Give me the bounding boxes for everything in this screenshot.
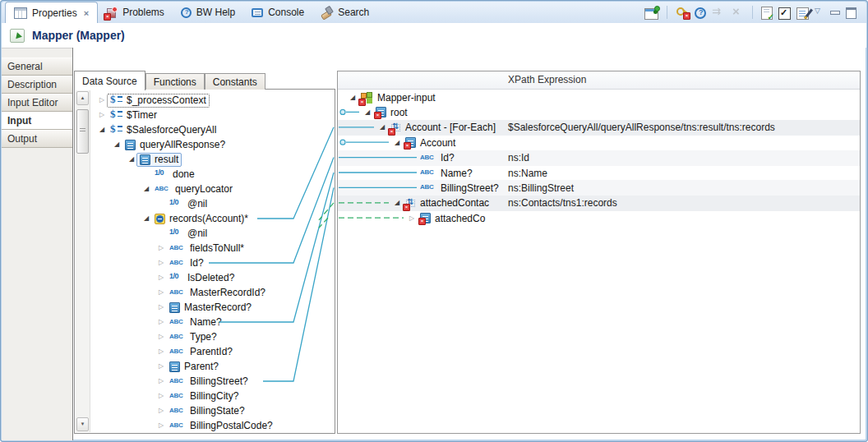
expand-arrow-icon[interactable]: ▷ <box>156 418 166 433</box>
expand-arrow-icon[interactable]: ▷ <box>156 344 166 359</box>
error-badge: × <box>404 142 411 150</box>
tab-data-source[interactable]: Data Source <box>74 71 145 90</box>
scrollbar-thumb[interactable] <box>76 109 89 154</box>
tree-row-parent[interactable]: ▷Parent? <box>90 359 335 374</box>
tree-row-type[interactable]: ▷Type? <box>90 329 335 344</box>
tree-row-done[interactable]: done <box>90 167 335 182</box>
tree-row-processcontext[interactable]: ▷$_processContext <box>90 93 335 108</box>
tree-row-name[interactable]: ▷Name? <box>90 315 335 329</box>
scroll-down-button[interactable]: ▼ <box>76 417 89 431</box>
tree-row-queryallresponse[interactable]: ◢queryAllResponse? <box>90 137 335 152</box>
tree-row-fieldstonull[interactable]: ▷fieldsToNull* <box>90 241 335 256</box>
help-icon[interactable] <box>695 7 706 19</box>
close-tab-icon[interactable]: × <box>84 8 89 18</box>
tree-node-caption: BillingPostalCode? <box>166 419 276 433</box>
expand-arrow-icon[interactable]: ▷ <box>156 241 166 256</box>
mapper-row-attachedco[interactable]: ▷×attachedCo <box>338 210 860 226</box>
check-document-icon[interactable] <box>761 7 773 20</box>
collapse-arrow-icon[interactable]: ◢ <box>141 182 151 196</box>
mapper-row-billingstreet[interactable]: BillingStreet?ns:BillingStreet <box>338 180 860 196</box>
sidebar-item-input-editor[interactable]: Input Editor <box>2 94 72 112</box>
tree-row-parentid[interactable]: ▷ParentId? <box>90 344 335 359</box>
collapse-arrow-icon[interactable]: ◢ <box>392 196 402 210</box>
sidebar-item-description[interactable]: Description <box>2 76 72 94</box>
tree-node-caption: @nil <box>166 227 210 241</box>
key-error-icon[interactable]: × <box>676 6 689 19</box>
tab-functions[interactable]: Functions <box>145 73 205 90</box>
collapse-arrow-icon[interactable]: ◢ <box>127 152 136 167</box>
expand-arrow-icon[interactable]: ▷ <box>156 285 166 300</box>
validate-checkbox-icon[interactable] <box>778 7 791 20</box>
mapper-node-label: Account <box>420 137 455 149</box>
tree-node-caption: BillingCity? <box>166 389 242 403</box>
tree-row-records-account[interactable]: ◢records(Account)* <box>90 211 335 226</box>
expand-arrow-icon[interactable]: ▷ <box>407 211 417 226</box>
tree-row-result[interactable]: ◢result <box>90 152 335 167</box>
tree-row-masterrecordid[interactable]: ▷MasterRecordId? <box>90 285 335 300</box>
mapper-row-account-for-each[interactable]: ◢×Account - [For-Each]$SalesforceQueryAl… <box>338 120 860 136</box>
page-title: Mapper (Mapper) <box>32 29 125 42</box>
vertical-scrollbar[interactable]: ▲ ▼ <box>76 90 90 432</box>
expand-arrow-icon[interactable]: ▷ <box>156 403 166 418</box>
tree-row-isdeleted[interactable]: ▷IsDeleted? <box>90 270 335 285</box>
mapper-row-id[interactable]: Id?ns:Id <box>338 150 860 166</box>
collapse-arrow-icon[interactable]: ◢ <box>112 137 122 152</box>
tree-row-billingpostalcode[interactable]: ▷BillingPostalCode? <box>90 418 335 433</box>
tree-row-querylocator[interactable]: ◢queryLocator <box>90 182 335 196</box>
expand-arrow-icon[interactable]: ▷ <box>156 374 166 389</box>
problems-icon: × <box>106 7 118 18</box>
mapper-row-mapper-input[interactable]: ◢×Mapper-input <box>338 90 860 105</box>
tab-bw-help[interactable]: BW Help <box>173 2 243 23</box>
tab-problems[interactable]: ×Problems <box>98 2 173 23</box>
minimize-icon[interactable] <box>830 6 839 19</box>
tree-row-masterrecord[interactable]: ▷MasterRecord? <box>90 300 335 315</box>
expand-arrow-icon[interactable]: ▷ <box>156 359 166 374</box>
string-icon <box>169 259 186 268</box>
tab-properties[interactable]: Properties× <box>5 2 98 23</box>
tree-row-billingstate[interactable]: ▷BillingState? <box>90 403 335 418</box>
expand-arrow-icon[interactable]: ▷ <box>156 300 166 315</box>
scroll-up-button[interactable]: ▲ <box>76 91 89 105</box>
expand-arrow-icon[interactable]: ▷ <box>156 315 166 329</box>
mapper-row-root[interactable]: ◢×root <box>338 104 860 120</box>
tab-search[interactable]: Search <box>312 2 377 23</box>
mapper-row-name[interactable]: Name?ns:Name <box>338 165 860 181</box>
tree-row-timer[interactable]: ▷$Timer <box>90 108 335 122</box>
maximize-icon[interactable] <box>845 6 858 19</box>
tab-console[interactable]: Console <box>243 2 312 23</box>
tree-row-billingstreet[interactable]: ▷BillingStreet? <box>90 374 335 389</box>
tree-node-label: $Timer <box>127 109 157 121</box>
tree-node-caption: BillingState? <box>166 404 248 418</box>
tree-row-billingcity[interactable]: ▷BillingCity? <box>90 389 335 403</box>
error-badge: × <box>388 128 395 136</box>
error-badge: × <box>104 13 111 21</box>
edit-notes-icon[interactable] <box>796 7 809 20</box>
expand-arrow-icon[interactable]: ▷ <box>97 108 107 122</box>
sidebar-item-general[interactable]: General <box>2 58 72 76</box>
collapse-arrow-icon[interactable]: ◢ <box>141 211 151 226</box>
sidebar-item-input[interactable]: Input <box>2 112 72 130</box>
mapper-node-caption: ×attachedContac <box>402 196 492 210</box>
pin-editor-icon[interactable] <box>644 8 658 20</box>
collapse-arrow-icon[interactable]: ◢ <box>97 122 107 137</box>
tree-row-salesforcequeryall[interactable]: ◢$SalesforceQueryAll <box>90 122 335 137</box>
expand-arrow-icon[interactable]: ▷ <box>156 329 166 344</box>
xpath-expression-value: $SalesforceQueryAll/queryAllResponse/tns… <box>508 122 775 133</box>
expand-arrow-icon[interactable]: ▷ <box>97 93 107 108</box>
tree-node-label: result <box>155 154 178 165</box>
collapse-arrow-icon[interactable]: ◢ <box>348 90 358 105</box>
mapper-row-account[interactable]: ◢×Account <box>338 135 860 150</box>
expand-arrow-icon[interactable]: ▷ <box>156 389 166 403</box>
tree-row-nil[interactable]: @nil <box>90 196 335 211</box>
collapse-arrow-icon[interactable]: ◢ <box>377 120 387 135</box>
view-menu-icon[interactable] <box>815 6 824 19</box>
sidebar-item-output[interactable]: Output <box>2 130 72 148</box>
mapper-row-attachedcontac[interactable]: ◢×attachedContacns:Contacts/tns1:records <box>338 196 860 211</box>
collapse-arrow-icon[interactable]: ◢ <box>392 136 402 150</box>
expand-arrow-icon[interactable]: ▷ <box>156 270 166 285</box>
tree-row-nil[interactable]: @nil <box>90 226 335 241</box>
tree-row-id[interactable]: ▷Id? <box>90 256 335 270</box>
collapse-arrow-icon[interactable]: ◢ <box>362 105 372 120</box>
tab-constants[interactable]: Constants <box>205 73 265 90</box>
expand-arrow-icon[interactable]: ▷ <box>156 256 166 270</box>
